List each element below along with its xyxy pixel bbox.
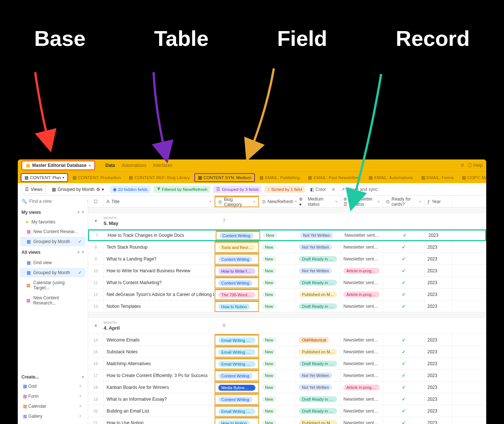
- cell-title[interactable]: How to Create Content Efficiently: 3 Ps …: [104, 370, 215, 381]
- cell-blog-category[interactable]: Content Writing: [215, 277, 259, 288]
- cell-newsletter-status[interactable]: Newsletter sent, Docu...: [340, 405, 383, 417]
- row-number[interactable]: 17: [88, 370, 104, 381]
- cell-blog-category[interactable]: Content Writing: [215, 253, 259, 265]
- table-row[interactable]: 17How to Create Content Efficiently: 3 P…: [88, 370, 486, 381]
- cell-title[interactable]: What Is a Landing Page?: [104, 253, 215, 265]
- cell-medium-status[interactable]: Not Yet Written: [296, 381, 340, 393]
- cell-ready[interactable]: ✓: [383, 265, 424, 276]
- cell-blog-category[interactable]: Content Writing: [216, 230, 260, 240]
- cell-blog-category[interactable]: Content Writing: [215, 370, 259, 381]
- cell-ready[interactable]: ✓: [383, 346, 424, 357]
- views-button[interactable]: ☰ Views: [21, 185, 46, 194]
- row-number[interactable]: 18: [88, 381, 104, 393]
- cell-blog-category[interactable]: How to Notion: [215, 300, 259, 312]
- row-number[interactable]: 7: [89, 230, 105, 240]
- cell-medium-status[interactable]: Not Yet Written: [296, 241, 340, 253]
- cell-newsletter-status[interactable]: Newsletter sent, Docu...: [340, 334, 383, 346]
- sidebar-view-item[interactable]: ▦Grouped by Month✓: [20, 237, 85, 246]
- search-input[interactable]: [29, 199, 85, 204]
- cell-ready[interactable]: ✓: [383, 277, 424, 288]
- plus-icon[interactable]: ＋: [76, 249, 81, 255]
- row-number[interactable]: 19: [88, 393, 104, 405]
- cell-year[interactable]: 2023: [424, 358, 452, 369]
- cell-year[interactable]: 2023: [424, 289, 452, 300]
- cell-title[interactable]: What Is Content Marketing?: [104, 277, 215, 288]
- cell-new-refresh[interactable]: New: [259, 346, 296, 357]
- create-gallery[interactable]: ▦ Gallery＋: [21, 411, 84, 421]
- cell-new-refresh[interactable]: New: [259, 241, 296, 253]
- cell-newsletter-status[interactable]: Newsletter sent, Docu...: [340, 358, 383, 369]
- cell-blog-category[interactable]: Content Writing: [215, 393, 259, 405]
- create-form[interactable]: ▦ Form＋: [21, 391, 84, 401]
- cell-title[interactable]: How to Track Changes in Google Docs: [105, 230, 216, 240]
- cell-new-refresh[interactable]: New: [259, 393, 296, 405]
- cell-newsletter-status[interactable]: Newsletter sent, Docu...: [340, 346, 383, 357]
- header-new-refresh[interactable]: ⊙ New/Refresh▾: [259, 196, 296, 207]
- cell-newsletter-status[interactable]: Newsletter sent, Docu...: [340, 393, 383, 405]
- collapse-icon[interactable]: ▾: [95, 323, 97, 328]
- table-row[interactable]: 10How to Write for Harvard Business Revi…: [88, 265, 486, 277]
- row-number[interactable]: 10: [88, 265, 104, 276]
- cell-year[interactable]: 2023: [424, 334, 452, 346]
- cell-newsletter-status[interactable]: Article in-progress: [340, 265, 383, 276]
- header-title[interactable]: A Title▾: [104, 196, 215, 207]
- cell-medium-status[interactable]: Published on Medium: [296, 417, 340, 424]
- cell-new-refresh[interactable]: New: [259, 334, 296, 346]
- cell-medium-status[interactable]: Draft Ready in Medium: [296, 393, 340, 405]
- table-tab[interactable]: ▦ EMAIL: Past Newsletters: [304, 173, 364, 182]
- table-row[interactable]: 12Neil deGrasse Tyson's Advice for a Car…: [88, 289, 486, 300]
- table-row[interactable]: 21How to Use NotionHow to NotionNewPubli…: [88, 417, 486, 424]
- table-row[interactable]: 20Building an Email ListEmail Writing an…: [88, 405, 486, 417]
- cell-medium-status[interactable]: Draft Ready in Medium: [296, 300, 340, 312]
- cell-new-refresh[interactable]: New: [259, 417, 296, 424]
- cell-year[interactable]: 2023: [424, 405, 452, 417]
- cell-title[interactable]: What Is an Informative Essay?: [104, 393, 215, 405]
- cell-year[interactable]: 2023: [424, 241, 452, 253]
- create-header[interactable]: Create...▾: [21, 373, 84, 381]
- cell-newsletter-status[interactable]: Newsletter sent, Docu...: [342, 230, 384, 240]
- table-row[interactable]: 15Substack NotesEmail Writing and Mark..…: [88, 346, 486, 358]
- cell-ready[interactable]: ✓: [383, 253, 424, 265]
- chip-filtered[interactable]: ⧩ Filtered by New/Refresh: [154, 186, 210, 193]
- cell-blog-category[interactable]: Tools and Reviews: [215, 241, 259, 253]
- nav-interfaces[interactable]: Interfaces: [153, 163, 172, 168]
- table-tab[interactable]: ▦ EMAIL: Automations: [365, 173, 416, 182]
- cell-new-refresh[interactable]: New: [259, 358, 296, 369]
- cell-newsletter-status[interactable]: Newsletter sent, Docu...: [340, 370, 383, 381]
- sidebar-view-item[interactable]: ▦Calendar (using Target...: [20, 278, 85, 293]
- cell-year[interactable]: 2023: [424, 346, 452, 357]
- plus-icon[interactable]: ＋: [76, 209, 81, 215]
- cell-blog-category[interactable]: Email Writing and Mark...: [215, 334, 259, 346]
- table-row[interactable]: 11What Is Content Marketing?Content Writ…: [88, 277, 486, 289]
- cell-new-refresh[interactable]: New: [259, 405, 296, 417]
- cell-new-refresh[interactable]: New: [259, 289, 296, 300]
- header-blog-category[interactable]: ⊙ Blog Category▾: [215, 196, 259, 207]
- cell-blog-category[interactable]: How to Write for X: [215, 265, 259, 276]
- sidebar-view-item[interactable]: ▦New Content Resear...: [20, 227, 85, 236]
- help-link[interactable]: ⓘ Help: [468, 162, 483, 169]
- cell-medium-status[interactable]: Draft Ready in Medium: [296, 358, 340, 369]
- cell-title[interactable]: Kanban Boards Are for Winners: [104, 381, 215, 393]
- nav-data[interactable]: Data: [105, 163, 115, 168]
- cell-title[interactable]: Welcome Emails: [104, 334, 215, 346]
- cell-title[interactable]: Tech Stack Roundup: [104, 241, 215, 253]
- cell-title[interactable]: Mailchimp Alternatives: [104, 358, 215, 369]
- grid-area[interactable]: ☐ A Title▾ ⊙ Blog Category▾ ⊙ New/Refres…: [88, 196, 486, 424]
- cell-new-refresh[interactable]: New: [259, 265, 296, 276]
- cell-new-refresh[interactable]: New: [259, 370, 296, 381]
- chevron-down-icon[interactable]: ▾: [82, 209, 84, 215]
- cell-year[interactable]: 2023: [424, 370, 452, 381]
- chevron-down-icon[interactable]: ▾: [82, 249, 84, 255]
- cell-newsletter-status[interactable]: Newsletter sent, Docu...: [340, 417, 383, 424]
- cell-new-refresh[interactable]: New: [259, 381, 296, 393]
- cell-year[interactable]: 2023: [424, 393, 452, 405]
- cell-year[interactable]: 2023: [424, 277, 452, 288]
- header-year[interactable]: ƒ Year: [424, 196, 452, 207]
- table-row[interactable]: 8Tech Stack RoundupTools and ReviewsNewN…: [88, 241, 486, 253]
- table-tab[interactable]: ▦ COPY: Market Research: [458, 173, 486, 182]
- cell-ready[interactable]: ✓: [383, 370, 424, 381]
- row-number[interactable]: 14: [88, 334, 104, 346]
- header-ready[interactable]: ⊙ Ready for cards?▾: [383, 196, 424, 207]
- cell-medium-status[interactable]: Not Yet Written: [296, 265, 340, 276]
- create-grid[interactable]: ▦ Grid＋: [21, 381, 84, 391]
